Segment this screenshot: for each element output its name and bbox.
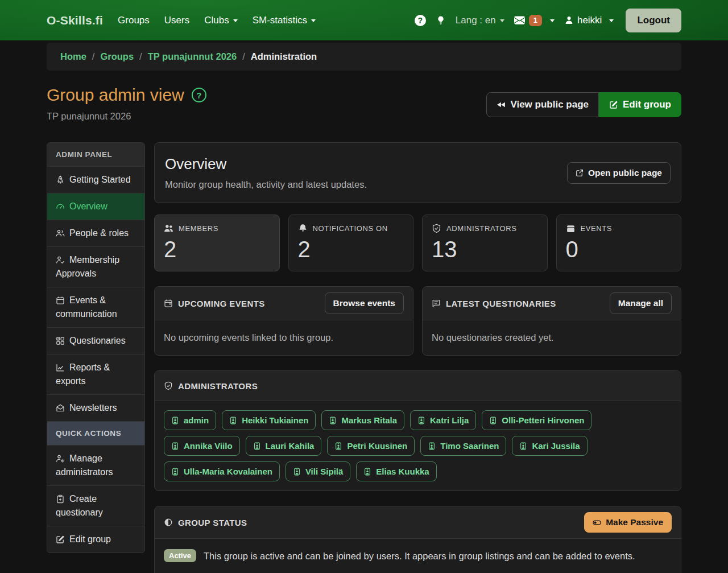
sidebar-item-reports-exports[interactable]: Reports & exports xyxy=(47,354,144,395)
open-public-page-button[interactable]: Open public page xyxy=(567,162,671,184)
administrator-badge[interactable]: Timo Saarinen xyxy=(420,436,506,456)
sidebar-item-label: Questionaries xyxy=(69,336,126,345)
breadcrumb-current: Administration xyxy=(251,51,317,62)
administrator-badge[interactable]: Petri Kuusinen xyxy=(327,436,415,456)
view-public-page-button[interactable]: View public page xyxy=(486,92,599,117)
chevron-down-icon xyxy=(311,19,316,22)
stat-card-members: MEMBERS 2 xyxy=(154,215,280,271)
group-status-title: GROUP STATUS xyxy=(178,518,247,527)
main-nav: Groups Users Clubs SM-statistics xyxy=(118,15,316,26)
nav-item-sm-statistics[interactable]: SM-statistics xyxy=(253,15,316,26)
sidebar-item-getting-started[interactable]: Getting Started xyxy=(47,167,144,193)
external-link-icon xyxy=(576,169,584,177)
user-menu-dropdown[interactable]: heikki xyxy=(564,15,614,26)
group-status-body: ActiveThis group is active and can be jo… xyxy=(155,539,681,573)
top-navbar: O-Skills.fi Groups Users Clubs SM-statis… xyxy=(0,0,728,40)
administrator-badge[interactable]: Lauri Kahila xyxy=(246,436,322,456)
person-icon xyxy=(564,15,574,25)
sidebar-item-people-roles[interactable]: People & roles xyxy=(47,220,144,247)
sidebar-item-overview[interactable]: Overview xyxy=(47,193,144,220)
admin-panel-sidebar: ADMIN PANEL Getting Started Overview Peo… xyxy=(47,142,145,553)
user-name: heikki xyxy=(577,15,602,26)
help-icon[interactable]: ? xyxy=(192,88,206,102)
stat-label: EVENTS xyxy=(581,224,613,233)
breadcrumb-groups[interactable]: Groups xyxy=(100,51,134,62)
nav-item-users[interactable]: Users xyxy=(164,15,189,26)
administrator-name: Vili Sipilä xyxy=(305,467,343,476)
manage-all-button[interactable]: Manage all xyxy=(610,292,672,314)
person-gear-icon xyxy=(56,454,65,463)
calendar-icon xyxy=(56,296,65,305)
administrator-badge[interactable]: Katri Lilja xyxy=(410,410,476,430)
administrator-name: Olli-Petteri Hirvonen xyxy=(502,415,584,425)
upcoming-events-panel: UPCOMING EVENTS Browse events No upcomin… xyxy=(154,286,413,356)
sidebar-item-label: Overview xyxy=(69,201,107,211)
administrator-badge[interactable]: Markus Ritala xyxy=(321,410,404,430)
sidebar-item-label: Edit group xyxy=(69,534,111,544)
breadcrumb-separator: / xyxy=(242,51,245,62)
envelope-open-icon xyxy=(56,403,65,413)
navbar-right: ? Lang : en 1 heikki Logout xyxy=(415,9,681,32)
latest-questionaries-empty-text: No questionaries created yet. xyxy=(423,320,681,355)
logout-button[interactable]: Logout xyxy=(626,9,681,32)
person-badge-icon xyxy=(253,442,261,450)
administrator-name: Markus Ritala xyxy=(341,415,397,425)
upcoming-events-title: UPCOMING EVENTS xyxy=(178,299,265,308)
administrator-badge[interactable]: Olli-Petteri Hirvonen xyxy=(482,410,592,430)
administrators-badge-list: adminHeikki TukiainenMarkus RitalaKatri … xyxy=(155,401,681,490)
shield-check-icon xyxy=(164,381,173,390)
language-dropdown[interactable]: Lang : en xyxy=(456,15,504,26)
clipboard-plus-icon xyxy=(56,494,65,504)
page-header-left: Group admin view ? TP punajunnut 2026 xyxy=(47,85,206,122)
sidebar-item-questionaries[interactable]: Questionaries xyxy=(47,328,144,354)
browse-events-button[interactable]: Browse events xyxy=(325,292,404,314)
lightbulb-icon[interactable] xyxy=(436,15,446,26)
group-status-panel: GROUP STATUS Make Passive ActiveThis gro… xyxy=(154,506,681,573)
people-icon xyxy=(56,229,65,238)
rocket-icon xyxy=(56,175,65,184)
breadcrumb-group-name[interactable]: TP punajunnut 2026 xyxy=(148,51,237,62)
stats-row: MEMBERS 2 NOTIFICATIONS ON 2 ADMINISTRAT… xyxy=(154,215,681,271)
brand-logo[interactable]: O-Skills.fi xyxy=(47,14,103,27)
person-badge-icon xyxy=(519,442,527,450)
person-badge-icon xyxy=(171,468,179,476)
latest-questionaries-title: LATEST QUESTIONARIES xyxy=(446,299,556,308)
sidebar-item-membership-approvals[interactable]: Membership Approvals xyxy=(47,247,144,287)
nav-item-clubs[interactable]: Clubs xyxy=(204,15,237,26)
stat-label: NOTIFICATIONS ON xyxy=(313,224,388,233)
administrator-badge[interactable]: Heikki Tukiainen xyxy=(222,410,316,430)
stat-card-administrators: ADMINISTRATORS 13 xyxy=(422,215,548,271)
make-passive-button[interactable]: Make Passive xyxy=(584,512,672,533)
edit-group-button[interactable]: Edit group xyxy=(599,92,681,117)
breadcrumb-separator: / xyxy=(92,51,95,62)
administrator-name: admin xyxy=(184,415,209,425)
sidebar-item-newsletters[interactable]: Newsletters xyxy=(47,395,144,422)
sidebar-item-edit-group[interactable]: Edit group xyxy=(47,526,144,553)
administrator-badge[interactable]: Vili Sipilä xyxy=(286,461,350,481)
latest-questionaries-panel: LATEST QUESTIONARIES Manage all No quest… xyxy=(422,286,681,356)
administrators-panel: ADMINISTRATORS adminHeikki TukiainenMark… xyxy=(154,370,681,491)
pencil-square-icon xyxy=(609,100,618,109)
sidebar-item-events-communication[interactable]: Events & communication xyxy=(47,287,144,328)
administrator-badge[interactable]: Kari Jussila xyxy=(512,436,587,456)
person-badge-icon xyxy=(428,442,436,450)
person-badge-icon xyxy=(334,442,342,450)
language-label: Lang : en xyxy=(456,15,496,26)
administrator-badge[interactable]: Elias Kuukka xyxy=(356,461,436,481)
status-badge: Active xyxy=(164,549,196,562)
nav-item-groups[interactable]: Groups xyxy=(118,15,150,26)
pencil-square-icon xyxy=(56,535,65,544)
administrator-badge[interactable]: Annika Viilo xyxy=(164,436,240,456)
calendar-fill-icon xyxy=(566,224,576,233)
sidebar-item-manage-administrators[interactable]: Manage administrators xyxy=(47,446,144,486)
breadcrumb-home[interactable]: Home xyxy=(60,51,86,62)
people-fill-icon xyxy=(164,224,173,233)
help-icon[interactable]: ? xyxy=(415,15,426,26)
administrator-name: Annika Viilo xyxy=(184,441,233,451)
administrator-badge[interactable]: admin xyxy=(164,410,216,430)
administrator-badge[interactable]: Ulla-Maria Kovalainen xyxy=(164,461,280,481)
sidebar-section-admin-panel: ADMIN PANEL xyxy=(47,143,144,167)
sidebar-item-create-questionary[interactable]: Create questionary xyxy=(47,486,144,526)
messages-dropdown[interactable]: 1 xyxy=(514,15,555,26)
administrator-name: Katri Lilja xyxy=(430,415,469,425)
